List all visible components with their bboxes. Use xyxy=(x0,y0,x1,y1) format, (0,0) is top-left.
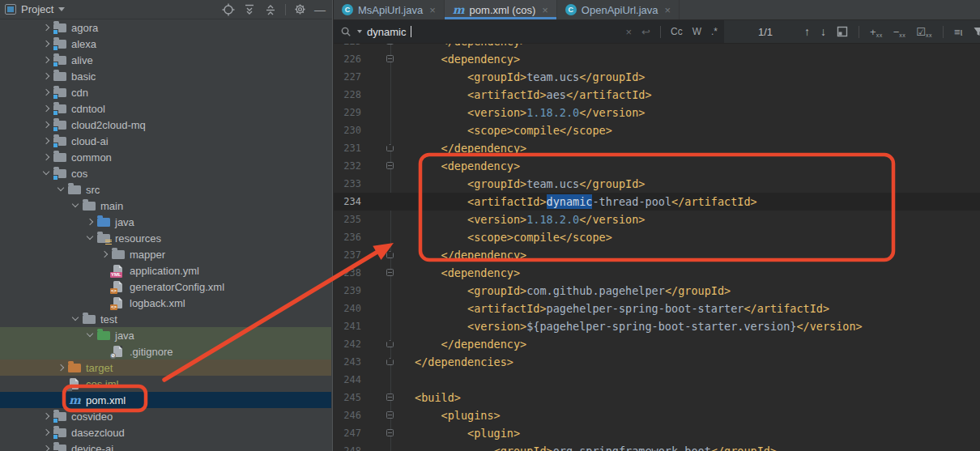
close-tab-icon[interactable]: × xyxy=(664,4,671,16)
tree-item-java[interactable]: java xyxy=(0,327,331,343)
tree-item-cloud-ai[interactable]: cloud-ai xyxy=(0,133,331,149)
tree-item-main[interactable]: main xyxy=(0,198,331,214)
fold-start-icon[interactable] xyxy=(386,429,394,436)
search-history-chevron-icon[interactable] xyxy=(357,30,362,33)
tree-item-mapper[interactable]: mapper xyxy=(0,246,331,262)
tree-item-java[interactable]: java xyxy=(0,214,331,230)
previous-occurrence-button[interactable]: ↑ xyxy=(804,25,810,38)
remove-occurrence-button[interactable]: −xx xyxy=(893,26,906,38)
tree-item-label: target xyxy=(86,362,113,374)
tree-item-cloud2cloud-mq[interactable]: cloud2cloud-mq xyxy=(0,117,331,133)
folder-module-icon xyxy=(53,53,67,66)
tree-item-agora[interactable]: agora xyxy=(0,19,331,36)
chevron-collapsed-icon[interactable] xyxy=(40,443,52,451)
chevron-collapsed-icon[interactable] xyxy=(55,362,66,373)
words-toggle[interactable]: W xyxy=(692,26,701,37)
newline-icon[interactable]: ↩ xyxy=(641,26,650,38)
chevron-collapsed-icon[interactable] xyxy=(99,249,110,260)
tree-item-cdn[interactable]: cdn xyxy=(0,84,331,100)
chevron-expanded-icon[interactable] xyxy=(70,200,81,211)
tree-item-src[interactable]: src xyxy=(0,181,331,198)
line-number: 233 xyxy=(334,175,361,193)
tab-msapiurl-java[interactable]: CMsApiUrl.java× xyxy=(334,0,445,19)
search-input[interactable]: dynamic × ↩ Cc W .* xyxy=(334,20,724,43)
tab-pom-xml-cos-[interactable]: mpom.xml (cos)× xyxy=(445,0,557,19)
chevron-expanded-icon[interactable] xyxy=(84,232,96,244)
fold-start-icon[interactable] xyxy=(386,55,394,62)
fold-end-icon[interactable] xyxy=(386,144,394,151)
chevron-expanded-icon[interactable] xyxy=(55,184,66,195)
code-area[interactable]: 225 </dependency>226 <dependency>227 <gr… xyxy=(334,32,980,451)
tree-item-pom-xml[interactable]: mpom.xml xyxy=(0,392,331,408)
chevron-expanded-icon[interactable] xyxy=(84,330,96,341)
line-number: 226 xyxy=(334,50,361,68)
next-occurrence-button[interactable]: ↓ xyxy=(820,25,826,38)
collapse-all-icon[interactable] xyxy=(264,3,277,16)
close-tab-icon[interactable]: × xyxy=(542,4,548,16)
tree-item-cosvideo[interactable]: cosvideo xyxy=(0,408,331,424)
editor-area[interactable]: 225 </dependency>226 <dependency>227 <gr… xyxy=(334,0,980,451)
tree-item-alive[interactable]: alive xyxy=(0,52,331,68)
match-case-toggle[interactable]: Cc xyxy=(671,26,683,37)
tree-item-test[interactable]: test xyxy=(0,311,331,327)
project-tree[interactable]: agoraalexaalivebasiccdncdntoolcloud2clou… xyxy=(0,19,331,451)
code-line-245: 245<build> xyxy=(334,389,980,406)
hide-panel-icon[interactable]: — xyxy=(314,4,326,15)
tree-item-cos-iml[interactable]: cos.iml xyxy=(0,376,331,392)
chevron-expanded-icon[interactable] xyxy=(70,313,81,325)
fold-end-icon[interactable] xyxy=(386,251,394,258)
fold-start-icon[interactable] xyxy=(386,162,394,169)
close-tab-icon[interactable]: × xyxy=(429,4,436,16)
tree-item-logback-xml[interactable]: <>logback.xml xyxy=(0,295,331,311)
code-text: <scope>compile</scope> xyxy=(415,228,612,246)
tree-item-dasezcloud[interactable]: dasezcloud xyxy=(0,424,331,440)
add-occurrence-button[interactable]: +xx xyxy=(870,26,883,38)
expand-all-icon[interactable] xyxy=(243,3,256,16)
folder-resources-icon xyxy=(97,232,111,245)
locate-icon[interactable] xyxy=(222,3,235,16)
fold-start-icon[interactable] xyxy=(386,411,394,419)
filter-search-lines-button[interactable]: ≡ι xyxy=(954,26,962,38)
code-line-248: 248 <groupId>org.springframework.boot</g… xyxy=(334,442,980,451)
fold-start-icon[interactable] xyxy=(386,394,394,401)
code-line-246: 246 <plugins> xyxy=(334,406,980,424)
fold-end-icon[interactable] xyxy=(386,358,394,365)
chevron-expanded-icon[interactable] xyxy=(40,168,52,179)
select-all-occurrences-button[interactable]: ☑xx xyxy=(916,26,932,38)
tree-item-resources[interactable]: resources xyxy=(0,230,331,246)
tree-item-target[interactable]: target xyxy=(0,360,331,376)
chevron-collapsed-icon[interactable] xyxy=(40,151,52,163)
chevron-collapsed-icon[interactable] xyxy=(40,70,52,82)
fold-start-icon[interactable] xyxy=(386,269,394,276)
tree-item-generatorconfig-xml[interactable]: <>generatorConfig.xml xyxy=(0,279,331,295)
tree-item-basic[interactable]: basic xyxy=(0,68,331,84)
chevron-down-icon[interactable] xyxy=(58,7,65,11)
chevron-collapsed-icon[interactable] xyxy=(84,216,96,228)
chevron-collapsed-icon[interactable] xyxy=(40,119,52,130)
editor-tabs: CMsApiUrl.java×mpom.xml (cos)×COpenApiUr… xyxy=(334,0,980,20)
open-in-find-window-icon[interactable] xyxy=(837,26,848,37)
chevron-collapsed-icon[interactable] xyxy=(40,103,52,114)
chevron-collapsed-icon[interactable] xyxy=(40,427,52,438)
tab-openapiurl-java[interactable]: COpenApiUrl.java× xyxy=(557,0,680,19)
chevron-collapsed-icon[interactable] xyxy=(40,87,52,98)
tree-item--gitignore[interactable]: ⊘.gitignore xyxy=(0,343,331,360)
tree-item-common[interactable]: common xyxy=(0,149,331,165)
tree-item-alexa[interactable]: alexa xyxy=(0,36,331,52)
code-line-233: 233 <groupId>team.ucs</groupId> xyxy=(334,175,980,193)
settings-gear-icon[interactable] xyxy=(294,3,306,15)
clear-search-button[interactable]: × xyxy=(625,26,632,38)
tree-item-cos[interactable]: cos xyxy=(0,165,331,181)
chevron-collapsed-icon[interactable] xyxy=(40,22,52,33)
chevron-collapsed-icon[interactable] xyxy=(40,54,52,66)
chevron-collapsed-icon[interactable] xyxy=(40,135,52,147)
filter-funnel-icon[interactable] xyxy=(973,26,980,37)
chevron-collapsed-icon[interactable] xyxy=(40,411,52,422)
match-count: 1/1 xyxy=(758,26,773,38)
tree-item-cdntool[interactable]: cdntool xyxy=(0,100,331,117)
regex-toggle[interactable]: .* xyxy=(711,26,718,37)
tree-item-device-ai[interactable]: device-ai xyxy=(0,440,331,451)
fold-end-icon[interactable] xyxy=(386,340,394,347)
tree-item-application-yml[interactable]: YMLapplication.yml xyxy=(0,262,331,279)
chevron-collapsed-icon[interactable] xyxy=(40,38,52,49)
